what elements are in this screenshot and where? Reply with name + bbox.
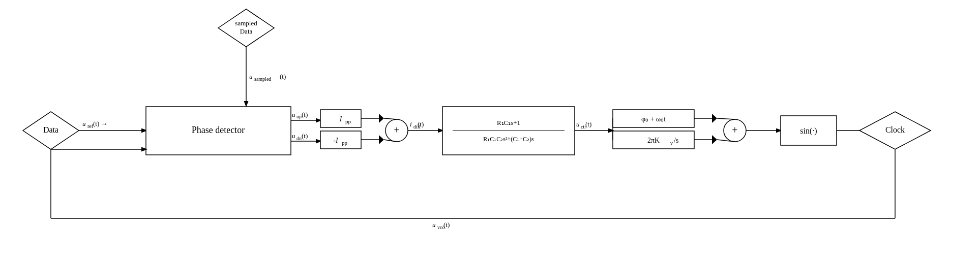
vco-bot-label: 2πK — [647, 137, 660, 144]
data-label: Data — [43, 125, 58, 134]
u-sampled-label: u — [249, 73, 253, 80]
i-diff-t: (t) — [418, 120, 424, 128]
i-diff-label: i — [410, 120, 412, 128]
lf-denominator: R₁C₁C₂s²+(C₁+C₂)s — [483, 136, 534, 143]
u-ref-label: u — [82, 120, 86, 127]
block-diagram: Data u ref (t) → Phase detector sampled … — [0, 0, 980, 260]
u-ref-sub: ref — [87, 123, 94, 129]
u-ref-t: (t) → — [93, 120, 108, 127]
sampled-label-2: Data — [240, 27, 253, 35]
triangle-ipp — [379, 114, 384, 123]
neg-ipp-box — [320, 131, 361, 149]
phase-detector-label: Phase detector — [192, 125, 245, 135]
u-ctr-t: (t) — [585, 120, 591, 128]
u-sampled-t: (t) — [280, 73, 286, 80]
vco-bot-s: /s — [674, 137, 678, 144]
line-ipp-to-sum — [384, 118, 397, 119]
triangle-neg-ipp — [379, 135, 384, 144]
lf-numerator: R₁C₁s+1 — [497, 119, 520, 126]
u-vco-label: u — [432, 221, 436, 229]
vco-top-label: φ₀ + ω₀t — [641, 115, 666, 123]
clock-label: Clock — [885, 125, 905, 134]
u-up-sub: up — [296, 114, 302, 119]
neg-ipp-label: -I — [333, 137, 339, 144]
u-dn-label: u — [292, 132, 295, 140]
neg-ipp-sub: pp — [342, 140, 348, 146]
u-dn-t: (t) — [302, 132, 308, 140]
sampled-label-1: sampled — [235, 19, 257, 27]
sum-plus: + — [394, 124, 399, 136]
u-dn-sub: dn — [296, 136, 302, 141]
u-up-label: u — [292, 111, 295, 118]
sin-label: sin(·) — [800, 126, 817, 136]
u-ctr-label: u — [576, 120, 580, 128]
ipp-sub: pp — [345, 118, 351, 124]
triangle-vco-bot — [712, 135, 717, 144]
u-sampled-sub: sampled — [254, 76, 271, 82]
u-up-t: (t) — [302, 111, 308, 118]
line-vco-top-to-sum2 — [717, 118, 735, 119]
u-vco-t: (t) — [443, 221, 450, 229]
sum-plus-2: + — [732, 124, 737, 136]
vco-bot-sub: v — [670, 140, 673, 146]
triangle-vco-top — [712, 114, 717, 123]
